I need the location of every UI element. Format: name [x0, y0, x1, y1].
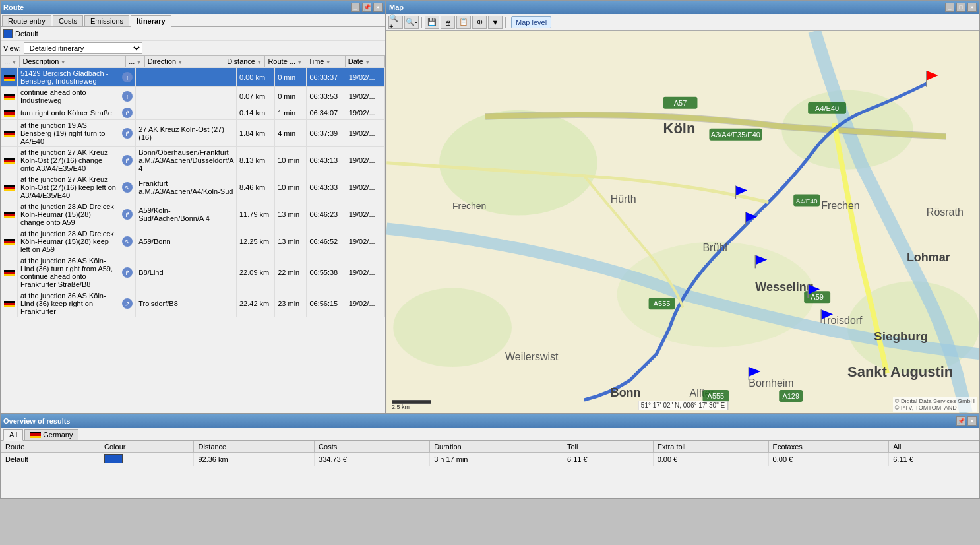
- row-description: at the junction 19 AS Bensberg (19) righ…: [18, 120, 119, 147]
- bottom-controls: 📌 ×: [956, 416, 977, 426]
- results-col-extra-toll[interactable]: Extra toll: [653, 441, 768, 453]
- svg-text:A4/E40: A4/E40: [815, 104, 839, 112]
- results-col-distance[interactable]: Distance: [194, 441, 315, 453]
- row-description: 51429 Bergisch Gladbach - Bensberg, Indu…: [18, 68, 119, 87]
- default-row: Default: [1, 27, 385, 41]
- results-table-wrap[interactable]: Route Colour Distance Costs Duration Tol…: [1, 441, 979, 498]
- results-col-costs[interactable]: Costs: [315, 441, 430, 453]
- row-distance: 1.84 km: [236, 120, 274, 147]
- col-dots2[interactable]: ...: [126, 56, 144, 67]
- table-row[interactable]: at the junction 36 AS Köln-Lind (36) tur…: [1, 255, 385, 290]
- row-date: 19/02/...: [346, 68, 384, 87]
- bottom-pin-btn[interactable]: 📌: [956, 416, 965, 426]
- zoom-out-btn[interactable]: 🔍-: [404, 16, 419, 29]
- default-label: Default: [15, 30, 38, 38]
- view-select[interactable]: Detailed itinerary Summary Simple: [24, 42, 142, 54]
- row-flag: [1, 290, 18, 317]
- row-description: continue ahead onto Industrieweg: [18, 87, 119, 106]
- row-route: 13 min: [275, 228, 307, 255]
- close-btn[interactable]: ×: [373, 3, 383, 12]
- results-col-colour[interactable]: Colour: [100, 441, 194, 453]
- table-row[interactable]: continue ahead onto Industrieweg ↑ 0.07 …: [1, 87, 385, 106]
- print-btn[interactable]: 🖨: [441, 16, 455, 29]
- table-row[interactable]: at the junction 27 AK Kreuz Köln-Ost (27…: [1, 147, 385, 174]
- svg-text:A555: A555: [654, 300, 671, 307]
- row-time: 06:34:07: [307, 106, 346, 120]
- svg-point-4: [393, 288, 512, 367]
- save-btn[interactable]: 💾: [425, 16, 439, 29]
- map-close-btn[interactable]: ×: [967, 3, 977, 12]
- row-distance: 8.13 km: [236, 147, 274, 174]
- row-time: 06:33:37: [307, 68, 346, 87]
- results-col-route[interactable]: Route: [1, 441, 100, 453]
- col-date[interactable]: Date: [345, 56, 384, 67]
- bottom-tabs: All Germany: [1, 428, 979, 441]
- tab-all[interactable]: All: [3, 429, 23, 441]
- map-copyright: © Digital Data Services GmbH © PTV, TOMT…: [893, 397, 977, 412]
- results-col-ecotaxes[interactable]: Ecotaxes: [768, 441, 889, 453]
- table-row[interactable]: at the junction 27 AK Kreuz Köln-Ost (27…: [1, 174, 385, 201]
- row-route: 10 min: [275, 174, 307, 201]
- row-dir-icon: ↱: [119, 255, 136, 290]
- target-btn[interactable]: ⊕: [472, 16, 487, 29]
- col-distance[interactable]: Distance: [224, 56, 265, 67]
- flag-icon: [4, 75, 15, 81]
- row-flag: [1, 106, 18, 120]
- table-row[interactable]: at the junction 19 AS Bensberg (19) righ…: [1, 120, 385, 147]
- map-level-button[interactable]: Map level: [511, 16, 551, 28]
- table-row[interactable]: at the junction 28 AD Dreieck Köln-Heuma…: [1, 228, 385, 255]
- result-duration: 3 h 17 min: [430, 453, 563, 466]
- results-col-toll[interactable]: Toll: [563, 441, 653, 453]
- result-distance: 92.36 km: [194, 453, 315, 466]
- direction-icon: ↱: [122, 128, 133, 139]
- row-time: 06:33:53: [307, 87, 346, 106]
- table-row[interactable]: at the junction 36 AS Köln-Lind (36) kee…: [1, 290, 385, 317]
- tab-route-entry[interactable]: Route entry: [2, 15, 51, 26]
- row-distance: 22.42 km: [236, 290, 274, 317]
- map-restore-btn[interactable]: □: [956, 3, 965, 12]
- tab-germany[interactable]: Germany: [24, 429, 78, 440]
- row-direction: Troisdorf/B8: [136, 290, 237, 317]
- col-direction[interactable]: Direction: [144, 56, 224, 67]
- row-flag: [1, 201, 18, 228]
- table-row[interactable]: at the junction 28 AD Dreieck Köln-Heuma…: [1, 201, 385, 228]
- row-route: 23 min: [275, 290, 307, 317]
- bottom-close-btn[interactable]: ×: [967, 416, 977, 426]
- map-toolbar: 🔍+ 🔍- 💾 🖨 📋 ⊕ ▼ Map level: [386, 14, 979, 31]
- row-time: 06:56:15: [307, 290, 346, 317]
- minimize-btn[interactable]: _: [351, 3, 360, 12]
- row-dir-icon: ↱: [119, 106, 136, 120]
- row-date: 19/02/...: [346, 174, 384, 201]
- row-date: 19/02/...: [346, 290, 384, 317]
- col-route[interactable]: Route ...: [265, 56, 305, 67]
- svg-text:A129: A129: [782, 392, 799, 400]
- col-time[interactable]: Time: [305, 56, 345, 67]
- col-description[interactable]: Description: [20, 56, 126, 67]
- row-route: 22 min: [275, 255, 307, 290]
- colour-swatch: [104, 454, 123, 463]
- results-col-all[interactable]: All: [889, 441, 979, 453]
- tab-emissions[interactable]: Emissions: [84, 15, 129, 26]
- copy-btn[interactable]: 📋: [456, 16, 471, 29]
- table-row[interactable]: 51429 Bergisch Gladbach - Bensberg, Indu…: [1, 68, 385, 87]
- map-minimize-btn[interactable]: _: [945, 3, 954, 12]
- result-all: 6.11 €: [889, 453, 979, 466]
- results-col-duration[interactable]: Duration: [430, 441, 563, 453]
- tab-itinerary[interactable]: Itinerary: [131, 15, 171, 27]
- pin-btn[interactable]: 📌: [362, 3, 371, 12]
- zoom-in-btn[interactable]: 🔍+: [388, 16, 403, 29]
- row-direction: Bonn/Oberhausen/Frankfurt a.M./A3/Aachen…: [136, 147, 237, 174]
- col-dots[interactable]: ...: [1, 56, 20, 67]
- map-content[interactable]: Köln Hürth Brühl Wesseling Troisdorf Sie…: [386, 31, 979, 413]
- table-scroll[interactable]: 51429 Bergisch Gladbach - Bensberg, Indu…: [1, 67, 385, 413]
- row-time: 06:46:23: [307, 201, 346, 228]
- itinerary-table-body: 51429 Bergisch Gladbach - Bensberg, Indu…: [1, 67, 385, 317]
- row-flag: [1, 68, 18, 87]
- direction-icon: ↱: [122, 209, 133, 220]
- table-row[interactable]: turn right onto Kölner Straße ↱ 0.14 km …: [1, 106, 385, 120]
- more-btn[interactable]: ▼: [488, 16, 503, 29]
- copyright-line-1: © Digital Data Services GmbH: [895, 398, 975, 404]
- row-dir-icon: ↖: [119, 174, 136, 201]
- tab-costs[interactable]: Costs: [53, 15, 83, 26]
- row-flag: [1, 120, 18, 147]
